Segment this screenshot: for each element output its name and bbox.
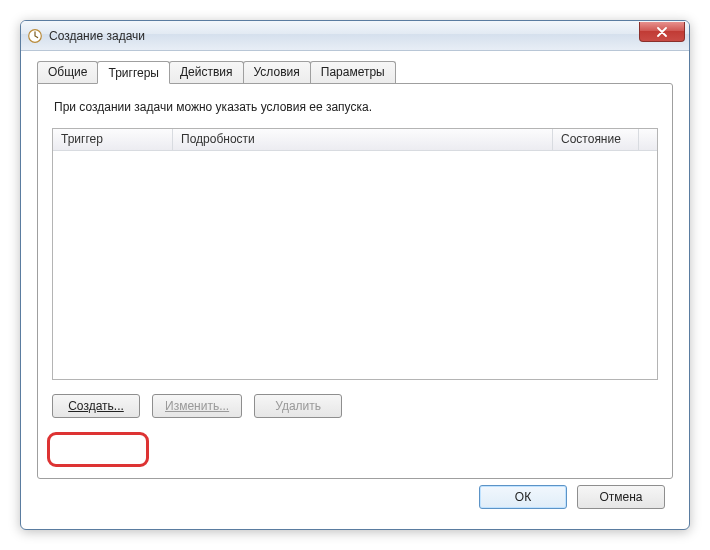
titlebar: Создание задачи [21, 21, 689, 51]
panel-description: При создании задачи можно указать услови… [54, 100, 658, 114]
edit-button-label: Изменить... [165, 399, 229, 413]
tab-label: Параметры [321, 65, 385, 79]
triggers-panel: При создании задачи можно указать услови… [37, 83, 673, 479]
tab-label: Триггеры [108, 66, 159, 80]
tab-general[interactable]: Общие [37, 61, 98, 83]
col-state[interactable]: Состояние [553, 129, 639, 150]
tab-triggers[interactable]: Триггеры [97, 61, 170, 84]
ok-button-label: ОК [515, 490, 531, 504]
tab-actions[interactable]: Действия [169, 61, 244, 83]
list-header: Триггер Подробности Состояние [53, 129, 657, 151]
col-trigger[interactable]: Триггер [53, 129, 173, 150]
window-title: Создание задачи [49, 29, 145, 43]
edit-button[interactable]: Изменить... [152, 394, 242, 418]
tab-conditions[interactable]: Условия [243, 61, 311, 83]
dialog-footer: ОК Отмена [479, 485, 665, 509]
triggers-list[interactable]: Триггер Подробности Состояние [52, 128, 658, 380]
col-spacer [639, 129, 657, 150]
cancel-button-label: Отмена [599, 490, 642, 504]
tab-strip: Общие Триггеры Действия Условия Параметр… [37, 61, 681, 83]
tab-label: Действия [180, 65, 233, 79]
clock-icon [27, 28, 43, 44]
list-rows[interactable] [53, 151, 657, 379]
create-button-label: Создать... [68, 399, 124, 413]
triggers-button-row: Создать... Изменить... Удалить [52, 394, 658, 418]
delete-button-label: Удалить [275, 399, 321, 413]
close-icon [657, 27, 667, 37]
client-area: Общие Триггеры Действия Условия Параметр… [29, 51, 681, 521]
delete-button[interactable]: Удалить [254, 394, 342, 418]
tab-label: Общие [48, 65, 87, 79]
ok-button[interactable]: ОК [479, 485, 567, 509]
tab-settings[interactable]: Параметры [310, 61, 396, 83]
create-button[interactable]: Создать... [52, 394, 140, 418]
col-details[interactable]: Подробности [173, 129, 553, 150]
tab-label: Условия [254, 65, 300, 79]
dialog-window: Создание задачи Общие Триггеры Действия … [20, 20, 690, 530]
close-button[interactable] [639, 22, 685, 42]
annotation-highlight [47, 432, 149, 467]
cancel-button[interactable]: Отмена [577, 485, 665, 509]
